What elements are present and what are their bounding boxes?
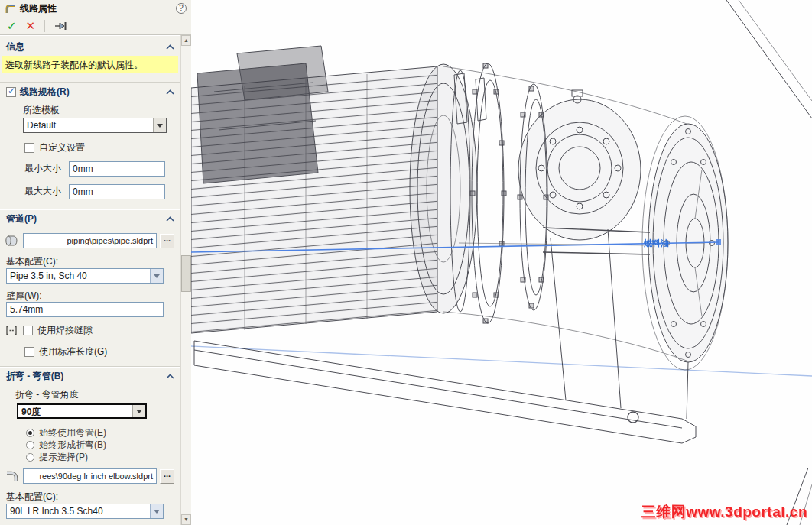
section-bend-header[interactable]: 折弯 - 弯管(B) [0,370,180,382]
panel-toolbar: ✓ ✕ [0,17,191,35]
weld-gap-row: 使用焊接缝隙 [0,325,180,335]
template-label: 所选模板 [23,104,180,115]
radio-selected-icon[interactable] [26,429,34,437]
section-route-spec-header[interactable]: 线路规格(R) [0,86,180,98]
pipe-config-dropdown[interactable]: Pipe 3.5 in, Sch 40 [6,268,164,284]
weld-gap-checkbox-row[interactable]: 使用焊接缝隙 [23,325,93,335]
chevron-down-icon[interactable] [150,269,163,283]
bend-option-elbow[interactable]: 始终使用弯管(E) [26,428,180,437]
max-size-row: 最大大小 0mm [24,183,180,199]
chevron-up-icon [166,44,174,50]
std-length-label: 使用标准长度(G) [39,345,107,358]
watermark: 三维网www.3dportal.cn [641,502,807,522]
template-dropdown[interactable]: Default [23,118,167,133]
model-wireframe [191,0,812,525]
pipe-browse-button[interactable]: ... [160,234,174,248]
scrollbar-thumb[interactable] [181,255,191,292]
panel-title: 线路属性 [20,2,57,15]
custom-settings-label: 自定义设置 [39,141,85,154]
section-pipe-title: 管道(P) [6,212,37,225]
bend-angle-label: 折弯 - 弯管角度 [15,388,180,399]
pipe-file-input[interactable]: piping\pipes\pipe.sldprt [23,233,157,248]
chevron-up-icon [166,374,174,379]
max-size-label: 最大大小 [24,185,69,198]
section-bend-title: 折弯 - 弯管(B) [6,370,63,383]
section-divider [0,209,180,209]
panel-scrollbar[interactable]: ▲ ▼ [180,35,191,525]
min-size-input[interactable]: 0mm [69,161,165,177]
template-value: Default [24,118,153,132]
weld-gap-checkbox[interactable] [23,326,33,335]
chevron-down-icon[interactable] [153,118,166,132]
pipe-file-row: piping\pipes\pipe.sldprt ... [0,232,180,249]
chevron-up-icon [166,89,174,95]
graphics-area[interactable]: 燃料油 三维网www.3dportal.cn [191,0,812,525]
route-properties-panel: 线路属性 ? ✓ ✕ 信息 选取新线路子装配体的 [0,0,191,525]
bend-angle-value: 90度 [18,405,132,417]
weld-gap-icon [3,326,20,335]
bend-option-bend[interactable]: 始终形成折弯(B) [26,440,180,449]
min-size-label: 最小大小 [24,162,69,175]
wall-input[interactable]: 5.74mm [6,302,164,317]
elbow-config-dropdown[interactable]: 90L LR Inch 3.5 Sch40 [6,504,164,519]
scroll-up-arrow[interactable]: ▲ [181,35,191,46]
pipe-config-value: Pipe 3.5 in, Sch 40 [7,269,150,283]
pipe-part-icon [3,235,20,247]
radio-icon[interactable] [26,441,34,449]
section-divider [0,82,180,83]
route-spec-checkbox[interactable] [6,87,16,97]
section-info-header[interactable]: 信息 [0,41,180,53]
section-pipe-header[interactable]: 管道(P) [0,212,180,225]
cancel-button[interactable]: ✕ [26,19,36,33]
custom-settings-checkbox-row[interactable]: 自定义设置 [24,142,174,153]
custom-settings-checkbox[interactable] [24,143,34,153]
elbow-config-value: 90L LR Inch 3.5 Sch40 [7,504,150,518]
std-length-checkbox[interactable] [24,347,34,357]
std-length-checkbox-row[interactable]: 使用标准长度(G) [24,346,174,357]
panel-content: 信息 选取新线路子装配体的默认属性。 线路规格(R) 所选模板 [0,35,180,525]
section-route-spec-title: 线路规格(R) [20,86,70,99]
elbow-file-input[interactable]: rees\90deg lr inch elbow.sldprt [23,468,157,484]
bend-option-prompt[interactable]: 提示选择(P) [26,452,180,462]
info-message: 选取新线路子装配体的默认属性。 [2,56,178,73]
bend-angle-dropdown[interactable]: 90度 [17,403,147,419]
elbow-browse-button[interactable]: ... [160,469,174,484]
scroll-down-arrow[interactable]: ▼ [181,514,191,525]
weld-gap-label: 使用焊接缝隙 [37,324,93,337]
min-size-row: 最小大小 0mm [24,160,180,177]
section-divider [0,366,180,367]
max-size-input[interactable]: 0mm [69,184,165,199]
pipe-config-label: 基本配置(C): [6,255,180,266]
panel-header: 线路属性 ? [0,0,191,17]
chevron-down-icon[interactable] [132,405,145,417]
toolbar-divider [44,20,45,32]
elbow-config-label: 基本配置(C): [6,491,180,501]
radio-icon[interactable] [26,453,34,462]
route-property-icon [5,3,16,15]
ok-button[interactable]: ✓ [7,19,17,33]
wall-label: 壁厚(W): [6,290,180,300]
route-annotation[interactable]: 燃料油 [644,238,669,249]
solidworks-window: 线路属性 ? ✓ ✕ 信息 选取新线路子装配体的 [0,0,812,525]
pin-icon[interactable] [54,21,68,31]
section-info-title: 信息 [6,41,24,53]
bend-option-prompt-label: 提示选择(P) [39,451,88,464]
elbow-part-icon [3,470,20,482]
elbow-file-row: rees\90deg lr inch elbow.sldprt ... [0,468,180,484]
chevron-up-icon [166,216,174,222]
bend-option-bend-label: 始终形成折弯(B) [39,439,106,452]
chevron-down-icon[interactable] [150,504,163,518]
help-icon[interactable]: ? [176,3,187,14]
bend-option-elbow-label: 始终使用弯管(E) [39,426,106,439]
